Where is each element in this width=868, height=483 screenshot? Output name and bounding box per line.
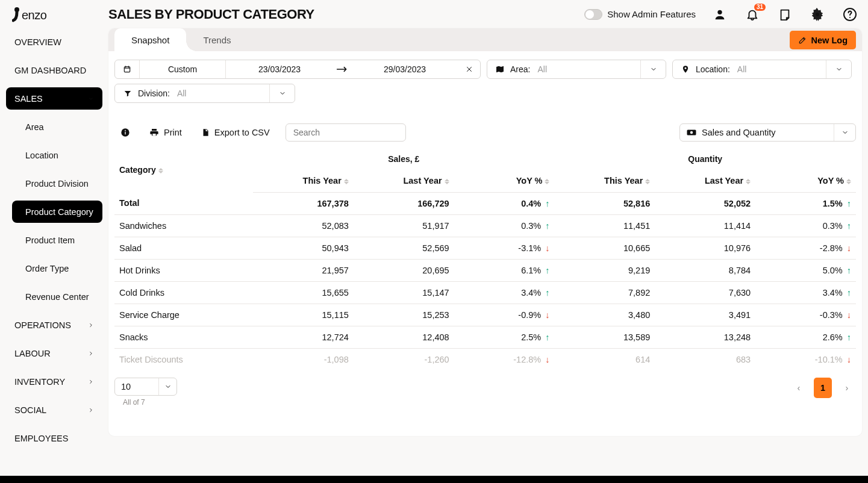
svg-point-14 (690, 131, 693, 134)
area-value: All (537, 64, 547, 74)
nav-sub-product-category[interactable]: Product Category (12, 201, 102, 223)
print-label: Print (164, 128, 182, 137)
main-panel: Snapshot Trends New Log Custom 23/03/202… (108, 28, 862, 436)
sidebar: OVERVIEWGM DASHBOARDSALESAreaLocationPro… (0, 28, 108, 476)
division-filter[interactable]: Division: All (114, 84, 295, 103)
tab-snapshot[interactable]: Snapshot (114, 28, 186, 51)
bottom-bar (0, 476, 868, 483)
settings-icon[interactable] (810, 7, 825, 22)
location-value: All (737, 64, 747, 74)
metric-select[interactable]: Sales and Quantity (679, 123, 856, 142)
sales-table: Category Sales, £ Quantity This Year Las… (114, 148, 856, 370)
nav-social[interactable]: SOCIAL (6, 399, 102, 421)
area-filter[interactable]: Area: All (487, 60, 666, 79)
nav-sub-product-division[interactable]: Product Division (12, 172, 102, 195)
nav-overview[interactable]: OVERVIEW (6, 31, 102, 53)
page-size-value: 10 (121, 382, 131, 391)
table-row[interactable]: Hot Drinks21,95720,6956.1% ↑9,2198,7845.… (114, 259, 856, 281)
nav-sub-area[interactable]: Area (12, 116, 102, 138)
print-button[interactable]: Print (143, 128, 182, 137)
sales-table-wrap: Category Sales, £ Quantity This Year Las… (108, 142, 862, 370)
svg-text:enzo: enzo (22, 8, 47, 22)
nav-sub-order-type[interactable]: Order Type (12, 257, 102, 279)
nav-sub-location[interactable]: Location (12, 144, 102, 166)
nav-sub-revenue-center[interactable]: Revenue Center (12, 285, 102, 308)
admin-features-toggle[interactable]: Show Admin Features (584, 9, 696, 20)
filter-row-2: Division: All (108, 79, 862, 103)
new-log-button[interactable]: New Log (790, 31, 856, 49)
export-label: Export to CSV (214, 128, 270, 137)
arrow-right-icon (333, 60, 351, 78)
col-qty-this-year[interactable]: This Year (554, 170, 655, 192)
nav-employees[interactable]: EMPLOYEES (6, 427, 102, 449)
date-from: 23/03/2023 (226, 60, 333, 78)
nav-inventory[interactable]: INVENTORY (6, 370, 102, 393)
metric-label: Sales and Quantity (702, 128, 776, 137)
export-csv-button[interactable]: Export to CSV (195, 128, 270, 137)
page-title: SALES BY PRODUCT CATEGORY (108, 7, 314, 22)
table-row[interactable]: Service Charge15,11515,253-0.9% ↓3,4803,… (114, 304, 856, 326)
table-row[interactable]: Salad50,94352,569-3.1% ↓10,66510,976-2.8… (114, 237, 856, 259)
pin-icon (680, 64, 691, 74)
col-category[interactable]: Category (114, 148, 253, 192)
filter-icon (122, 89, 133, 98)
nav-sub-product-item[interactable]: Product Item (12, 229, 102, 251)
header-sales: Sales, £ (253, 148, 554, 170)
new-log-label: New Log (811, 36, 848, 45)
notifications-icon[interactable]: 31 (745, 7, 760, 22)
col-qty-yoy[interactable]: YoY % (755, 170, 856, 192)
help-icon[interactable] (843, 7, 857, 22)
location-filter[interactable]: Location: All (672, 60, 852, 79)
table-row[interactable]: Total167,378166,7290.4% ↑52,81652,0521.5… (114, 192, 856, 214)
date-range-picker[interactable]: Custom 23/03/2023 29/03/2023 (114, 60, 481, 79)
table-row[interactable]: Cold Drinks15,65515,1473.4% ↑7,8927,6303… (114, 281, 856, 304)
nav-sales[interactable]: SALES (6, 87, 102, 110)
filter-row: Custom 23/03/2023 29/03/2023 Area: All (108, 51, 862, 79)
table-row[interactable]: Ticket Discounts-1,098-1,260-12.8% ↓6146… (114, 348, 856, 370)
col-sales-this-year[interactable]: This Year (253, 170, 354, 192)
toggle-switch[interactable] (584, 9, 602, 20)
location-label: Location: (696, 64, 730, 74)
chevron-down-icon (826, 60, 851, 78)
table-footer: 10 All of 7 ‹ 1 › (108, 370, 862, 407)
brand-logo: enzo (12, 6, 102, 23)
svg-rect-11 (152, 134, 155, 136)
clear-date-button[interactable] (458, 60, 480, 78)
notes-icon[interactable] (778, 7, 792, 22)
pagination: ‹ 1 › (790, 378, 856, 398)
header-quantity: Quantity (554, 148, 856, 170)
admin-toggle-label: Show Admin Features (607, 9, 696, 19)
nav-operations[interactable]: OPERATIONS (6, 314, 102, 336)
calendar-icon (115, 60, 139, 78)
money-icon (686, 128, 697, 137)
chevron-down-icon (158, 378, 176, 395)
info-button[interactable] (114, 128, 130, 137)
search-input[interactable] (286, 123, 406, 142)
svg-point-2 (717, 10, 722, 14)
col-qty-last-year[interactable]: Last Year (655, 170, 755, 192)
col-sales-yoy[interactable]: YoY % (454, 170, 555, 192)
division-value: All (177, 89, 187, 98)
chevron-down-icon (269, 84, 295, 102)
page-count-label: All of 7 (123, 398, 177, 407)
page-size-select[interactable]: 10 (114, 378, 177, 396)
page-current[interactable]: 1 (814, 378, 832, 398)
search-field[interactable] (292, 127, 400, 138)
map-icon (495, 64, 505, 74)
svg-rect-9 (125, 132, 125, 135)
nav-gm-dashboard[interactable]: GM DASHBOARD (6, 59, 102, 81)
page-prev[interactable]: ‹ (790, 378, 808, 398)
page-next[interactable]: › (838, 378, 856, 398)
top-bar: enzo SALES BY PRODUCT CATEGORY Show Admi… (0, 0, 868, 28)
table-row[interactable]: Sandwiches52,08351,9170.3% ↑11,45111,414… (114, 214, 856, 237)
date-to: 29/03/2023 (351, 60, 458, 78)
svg-point-5 (849, 17, 851, 18)
table-toolbar: Print Export to CSV Sales and Quantity (108, 103, 862, 142)
user-icon[interactable] (713, 7, 727, 22)
nav-labour[interactable]: LABOUR (6, 342, 102, 364)
chevron-down-icon (640, 60, 666, 78)
table-row[interactable]: Snacks12,72412,4082.5% ↑13,58913,2482.6%… (114, 326, 856, 348)
svg-point-7 (685, 67, 687, 69)
col-sales-last-year[interactable]: Last Year (354, 170, 454, 192)
area-label: Area: (510, 64, 530, 74)
